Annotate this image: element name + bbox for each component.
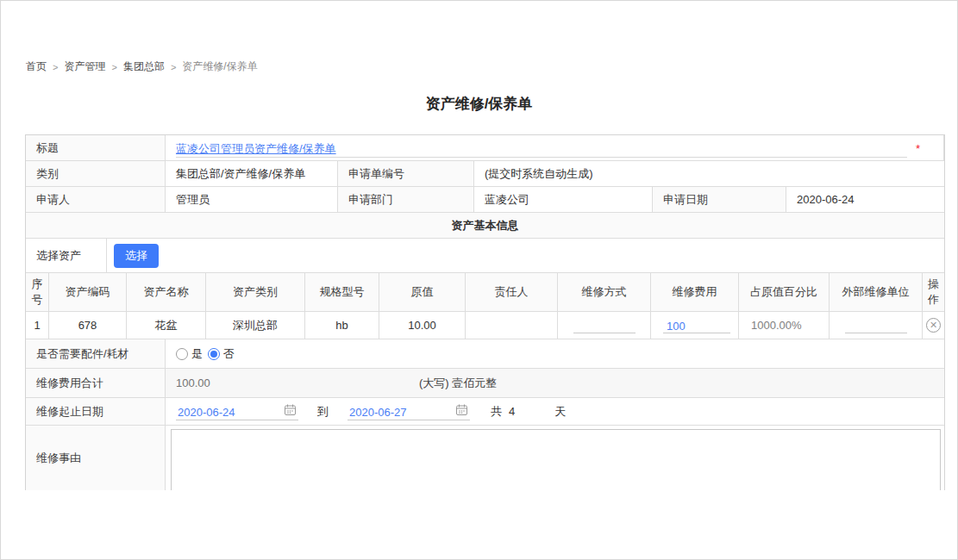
form-row-category: 类别 集团总部/资产维修/保养单 申请单编号 (提交时系统自动生成)	[26, 161, 944, 187]
asset-table-header: 序号 资产编码 资产名称 资产类别 规格型号 原值 责任人 维修方式 维修费用 …	[26, 273, 944, 312]
page-title: 资产维修/保养单	[1, 94, 957, 114]
start-date-value[interactable]: 2020-06-24	[178, 406, 235, 419]
col-repair-method: 维修方式	[558, 273, 651, 311]
applicant-label: 申请人	[26, 187, 166, 212]
total-label: 维修费用合计	[26, 369, 166, 397]
end-date-input[interactable]: 2020-06-27	[348, 402, 470, 420]
breadcrumb: 首页 > 资产管理 > 集团总部 > 资产维修/保养单	[26, 59, 258, 74]
days-value: 4	[509, 405, 515, 418]
cell-owner	[466, 312, 558, 339]
cell-repair-cost: 100	[651, 312, 739, 339]
cell-index: 1	[26, 312, 49, 339]
col-name: 资产名称	[127, 273, 206, 311]
form-row-need-parts: 是否需要配件/耗材 是 否	[26, 339, 944, 369]
end-date-value[interactable]: 2020-06-27	[349, 406, 407, 419]
dept-value: 蓝凌公司	[474, 187, 653, 212]
form-row-applicant: 申请人 管理员 申请部门 蓝凌公司 申请日期 2020-06-24	[26, 187, 944, 213]
date-range-cell: 2020-06-24 到 2020-06-27	[166, 398, 944, 425]
breadcrumb-separator: >	[111, 62, 116, 72]
form-row-title: 标题 蓝凌公司管理员资产维修/保养单 *	[26, 135, 944, 161]
title-link[interactable]: 蓝凌公司管理员资产维修/保养单	[176, 141, 336, 157]
start-date-input[interactable]: 2020-06-24	[176, 402, 298, 420]
breadcrumb-separator: >	[53, 62, 58, 72]
cell-actions: ✕	[923, 312, 944, 339]
col-repair-cost: 维修费用	[651, 273, 739, 311]
days-prefix: 共	[491, 404, 502, 420]
col-category: 资产类别	[206, 273, 305, 311]
col-external-unit: 外部维修单位	[830, 273, 923, 311]
col-percent: 占原值百分比	[739, 273, 830, 311]
cell-code: 678	[49, 312, 127, 339]
remove-row-icon[interactable]: ✕	[926, 318, 941, 333]
col-owner: 责任人	[466, 273, 558, 311]
cell-percent: 1000.00%	[739, 312, 830, 339]
applicant-value: 管理员	[166, 187, 338, 212]
cell-external-unit	[830, 312, 923, 339]
form-row-total: 维修费用合计 100.00 (大写) 壹佰元整	[26, 369, 944, 398]
apply-date-label: 申请日期	[653, 187, 786, 212]
to-label: 到	[317, 404, 329, 420]
reason-textarea[interactable]	[171, 429, 941, 490]
asset-repair-form-page: 首页 > 资产管理 > 集团总部 > 资产维修/保养单 资产维修/保养单 标题 …	[0, 0, 958, 560]
total-caps: (大写) 壹佰元整	[419, 376, 497, 391]
radio-yes[interactable]	[176, 348, 188, 360]
breadcrumb-group-hq[interactable]: 集团总部	[123, 59, 165, 74]
breadcrumb-current: 资产维修/保养单	[182, 59, 257, 74]
cell-model: hb	[305, 312, 379, 339]
apply-date-value: 2020-06-24	[786, 187, 944, 212]
need-parts-label: 是否需要配件/耗材	[26, 339, 166, 368]
apply-no-value: (提交时系统自动生成)	[474, 161, 944, 186]
form-row-reason: 维修事由	[26, 426, 944, 490]
form-row-select-asset: 选择资产 选择	[26, 239, 944, 273]
col-index: 序号	[26, 273, 49, 311]
title-input[interactable]: 蓝凌公司管理员资产维修/保养单	[176, 139, 907, 158]
apply-no-label: 申请单编号	[338, 161, 474, 186]
asset-table-row: 1 678 花盆 深圳总部 hb 10.00 100 1000.00% ✕	[26, 312, 944, 339]
col-code: 资产编码	[49, 273, 127, 311]
form-row-date-range: 维修起止日期 2020-06-24 到	[26, 398, 944, 426]
date-range-label: 维修起止日期	[26, 398, 166, 425]
days-unit: 天	[554, 404, 566, 420]
breadcrumb-separator: >	[171, 62, 176, 72]
select-asset-button[interactable]: 选择	[114, 244, 159, 268]
cell-category: 深圳总部	[206, 312, 305, 339]
col-actions: 操作	[923, 273, 944, 311]
external-unit-input[interactable]	[845, 318, 907, 333]
select-asset-cell: 选择	[107, 239, 944, 272]
cell-repair-method	[558, 312, 651, 339]
form-table: 标题 蓝凌公司管理员资产维修/保养单 * 类别 集团总部/资产维修/保养单 申请…	[25, 134, 945, 490]
breadcrumb-asset-management[interactable]: 资产管理	[64, 59, 105, 74]
total-value: 100.00	[176, 376, 419, 389]
radio-no[interactable]	[208, 348, 220, 360]
calendar-icon[interactable]	[284, 403, 297, 419]
reason-label: 维修事由	[26, 426, 166, 490]
section-header-asset-info: 资产基本信息	[26, 213, 944, 239]
dept-label: 申请部门	[338, 187, 474, 212]
col-model: 规格型号	[305, 273, 379, 311]
cell-original-value: 10.00	[379, 312, 466, 339]
need-parts-value: 是 否	[166, 339, 944, 368]
repair-method-input[interactable]	[573, 318, 636, 333]
total-value-cell: 100.00 (大写) 壹佰元整	[166, 369, 944, 397]
title-label: 标题	[26, 135, 166, 160]
category-value: 集团总部/资产维修/保养单	[166, 161, 338, 186]
category-label: 类别	[26, 161, 166, 186]
col-original-value: 原值	[379, 273, 466, 311]
cell-name: 花盆	[127, 312, 206, 339]
reason-cell	[166, 426, 944, 490]
breadcrumb-home[interactable]: 首页	[26, 59, 47, 74]
required-asterisk: *	[916, 142, 920, 155]
repair-cost-input[interactable]: 100	[663, 318, 730, 333]
radio-no-label[interactable]: 否	[223, 346, 235, 362]
calendar-icon[interactable]	[455, 403, 468, 419]
select-asset-label: 选择资产	[26, 239, 107, 272]
radio-yes-label[interactable]: 是	[191, 346, 203, 362]
title-value-cell: 蓝凌公司管理员资产维修/保养单	[166, 135, 944, 160]
